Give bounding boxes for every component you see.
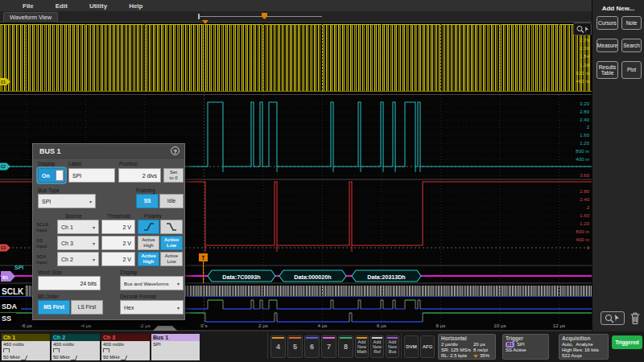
horizontal-panel[interactable]: Horizontal 2 µs/div20 µs SR: 125 MS/s8 n… (438, 334, 496, 360)
channel-button-7[interactable]: 7 (321, 335, 336, 358)
channel-color-stripe (289, 337, 301, 339)
probe-icon (53, 348, 98, 355)
channel-scale: 400 m/div (53, 342, 98, 348)
ss-active-high-button[interactable]: Active High (138, 236, 159, 250)
ch2-scale-label: 3.20 (580, 101, 589, 106)
channel-marker-label: C1 (1, 80, 6, 84)
set-to-zero-button[interactable]: Set to 0 (163, 168, 184, 183)
divider (401, 333, 402, 359)
bus-frame-label: Data:000020h (294, 274, 331, 281)
measure-button[interactable]: Measure (597, 39, 618, 52)
b1-bus-marker-label: B1 (2, 275, 8, 280)
ch1-scale-label: 920 m (576, 71, 589, 76)
tab-waveform-view[interactable]: Waveform View (3, 12, 58, 23)
search-button[interactable]: Search (621, 39, 642, 52)
menu-file[interactable]: File (23, 2, 34, 10)
acquisition-mode: Auto, Analyze (562, 342, 593, 348)
channel-badge-1[interactable]: Ch 1460 m/div50 MHz (2, 334, 50, 360)
ch2-scale-label: 1.60 (580, 133, 589, 138)
time-tick-label: -4 µs (80, 323, 92, 328)
decode-format-dropdown[interactable]: Hex ▾ (120, 300, 184, 315)
add-new-stripe (357, 337, 367, 339)
bus-data-frame: Data:7C0093h (208, 270, 275, 282)
channel-button-6[interactable]: 6 (304, 335, 320, 358)
plot-button[interactable]: Plot (621, 61, 642, 79)
display-on-toggle[interactable]: On (38, 168, 65, 183)
help-icon[interactable]: ? (171, 146, 180, 155)
ch2-scale-label: 2.40 (580, 117, 589, 122)
menu-help[interactable]: Help (129, 2, 142, 10)
framing-ss-button[interactable]: SS (136, 194, 159, 208)
channel-badge-3[interactable]: Ch 3400 m/div50 MHz (101, 334, 150, 360)
ss-active-low-button[interactable]: Active Low (160, 236, 183, 250)
ls-first-button[interactable]: LS First (71, 300, 103, 315)
zoom-mode-button[interactable] (601, 311, 625, 325)
trigger-position-percent: 35% (480, 353, 489, 359)
sda-active-low-button[interactable]: Active Low (160, 252, 183, 266)
bottom-bar: Ch 1460 m/div50 MHzCh 2400 m/div50 MHzCh… (0, 331, 644, 362)
horizontal-title: Horizontal (441, 335, 493, 342)
menu-utility[interactable]: Utility (89, 2, 107, 10)
menu-bar: File Edit Utility Help (0, 0, 592, 11)
add-new-title: Add New... (592, 5, 644, 12)
sclk-source-dropdown[interactable]: Ch 1 ▾ (57, 220, 99, 234)
ch1-scale-label: 1.38 (580, 63, 589, 68)
channel-badge-2[interactable]: Ch 2400 m/div50 MHz (52, 334, 100, 360)
bus-type-dropdown[interactable]: SPI ▾ (38, 194, 96, 208)
add-new-button-0[interactable]: Add New Math (355, 335, 369, 358)
pan-track[interactable] (199, 16, 322, 17)
trigger-panel[interactable]: Trigger B1SPI SS Active (502, 334, 549, 360)
add-new-button-1[interactable]: Add New Ref (370, 335, 384, 358)
sda-active-high-button[interactable]: Active High (138, 252, 159, 266)
bandwidth-limit-icon (121, 356, 127, 360)
digital-label-sclk: SCLK (2, 287, 24, 296)
sclk-rising-edge-button[interactable] (138, 220, 159, 234)
dialog-title: BUS 1 (33, 144, 184, 158)
draw-a-box-zoom-icon[interactable] (573, 23, 592, 35)
sclk-threshold-field[interactable]: 2 V (101, 220, 135, 234)
display-mode-dropdown[interactable]: Bus and Waveforms ▾ (120, 276, 184, 290)
ch1-scale-label: 2.76 (580, 38, 589, 43)
polarity-column-label: Polarity (144, 213, 162, 219)
decode-format-label: Decode Format (120, 294, 156, 299)
trash-button[interactable] (630, 311, 641, 328)
trigger-type: SPI (517, 342, 525, 348)
channel-button-5[interactable]: 5 (287, 335, 303, 358)
channel-bandwidth: 50 MHz (103, 355, 148, 360)
word-size-field[interactable]: 24 bits (38, 276, 101, 290)
menu-edit[interactable]: Edit (56, 2, 68, 10)
expansion-point-icon[interactable] (262, 13, 267, 19)
channel-scale: 400 m/div (103, 342, 148, 348)
trigger-title: Trigger (506, 335, 546, 342)
ch3-scale-label: 3.60 (580, 173, 589, 178)
ms-first-button[interactable]: MS First (38, 300, 70, 315)
tab-bar: Waveform View (0, 11, 592, 22)
ch1-scale-label: 2.30 (580, 46, 589, 51)
framing-idle-button[interactable]: Idle (159, 194, 184, 208)
position-field[interactable]: 2 divs (118, 168, 161, 183)
probe-icon (3, 348, 48, 355)
bus-label-field[interactable]: SPI (68, 168, 115, 183)
cursors-button[interactable]: Cursors (597, 16, 618, 30)
threshold-column-label: Threshold (107, 213, 130, 219)
ch3-scale-label: 2.40 (580, 197, 589, 202)
ss-source-dropdown[interactable]: Ch 3 ▾ (57, 236, 99, 250)
channel-button-8[interactable]: 8 (338, 335, 353, 358)
add-new-button-2[interactable]: Add New Bus (386, 335, 399, 358)
ss-threshold-field[interactable]: 2 V (101, 236, 135, 250)
triggered-status-badge: Triggered (612, 335, 642, 349)
horizontal-scroll-grip[interactable] (153, 326, 177, 331)
channel-badge-header: Ch 3 (101, 334, 150, 341)
channel-scale: 460 m/div (3, 342, 48, 348)
bus1-badge[interactable]: Bus 1SPI (151, 334, 200, 360)
sda-source-dropdown[interactable]: Ch 2 ▾ (57, 252, 99, 266)
note-button[interactable]: Note (621, 16, 642, 30)
bus-data-frame: Data:20313Dh (352, 270, 421, 282)
afg-button[interactable]: AFG (420, 335, 435, 358)
dvm-button[interactable]: DVM (404, 335, 419, 358)
sda-threshold-field[interactable]: 2 V (101, 252, 135, 266)
channel-button-4[interactable]: 4 (270, 335, 286, 358)
acquisition-panel[interactable]: Acquisition Auto, Analyze High Res: 16 b… (559, 334, 609, 360)
results-table-button[interactable]: Results Table (597, 61, 618, 79)
sclk-falling-edge-button[interactable] (160, 220, 183, 234)
